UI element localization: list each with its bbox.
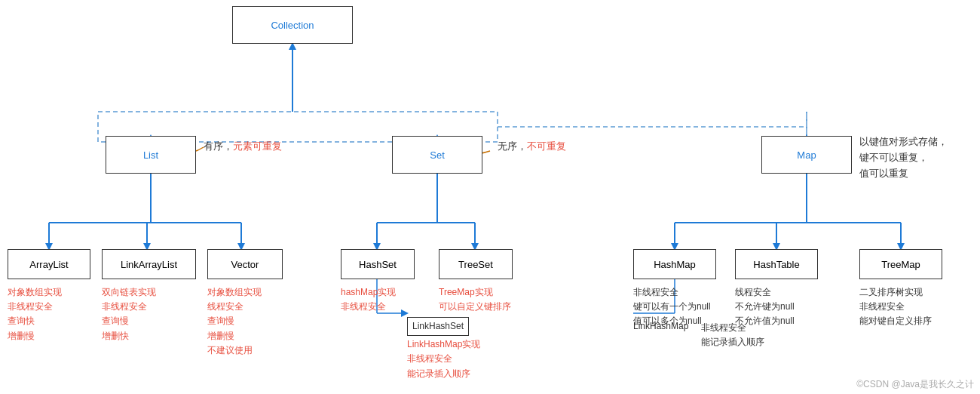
linkhashset-desc: LinkHashMap实现 非线程安全 能记录插入顺序 [407, 337, 480, 381]
vector-box: Vector [207, 249, 283, 279]
list-box: List [106, 136, 196, 174]
vector-label: Vector [231, 259, 259, 270]
treemap-desc-3: 能对键自定义排序 [859, 314, 932, 328]
vector-desc-3: 查询慢 [207, 314, 262, 328]
arraylist-desc-1: 对象数组实现 [8, 285, 62, 300]
linkhashmap-label-text: LinkHashMap [633, 321, 688, 331]
linkhashmap-label: LinkHashMap [633, 321, 688, 331]
treemap-desc-1: 二叉排序树实现 [859, 285, 932, 300]
linkarraylist-box: LinkArrayList [102, 249, 196, 279]
treemap-desc: 二叉排序树实现 非线程安全 能对键自定义排序 [859, 285, 932, 329]
hashtable-box: HashTable [735, 249, 818, 279]
hashmap-desc-2: 键可以有一个为null [633, 300, 711, 314]
linkhashset-desc-3: 能记录插入顺序 [407, 367, 480, 381]
hashset-desc-2: 非线程安全 [341, 300, 396, 314]
collection-box: Collection [232, 6, 353, 44]
hashtable-desc-2: 不允许键为null [735, 300, 795, 314]
linkhashset-label: LinkHashSet [412, 321, 464, 331]
map-label: Map [797, 149, 816, 161]
set-annotation-text1: 无序， [498, 140, 527, 152]
map-annotation: 以键值对形式存储， 键不可以重复， 值可以重复 [859, 134, 948, 181]
arraylist-desc-2: 非线程安全 [8, 300, 62, 314]
hashmap-label: HashMap [654, 259, 696, 270]
linkarraylist-desc-4: 增删快 [102, 329, 156, 343]
treeset-desc-2: 可以自定义键排序 [439, 300, 511, 314]
treemap-label: TreeMap [881, 259, 920, 270]
linkarraylist-desc-1: 双向链表实现 [102, 285, 156, 300]
collection-label: Collection [271, 20, 314, 31]
svg-marker-36 [401, 309, 409, 317]
linkarraylist-desc-2: 非线程安全 [102, 300, 156, 314]
hashset-desc: hashMap实现 非线程安全 [341, 285, 396, 314]
hashtable-desc-1: 线程安全 [735, 285, 795, 300]
linkarraylist-label: LinkArrayList [121, 259, 177, 270]
set-box: Set [392, 136, 482, 174]
map-annotation-line3: 值可以重复 [859, 166, 948, 182]
vector-desc-5: 不建议使用 [207, 343, 262, 358]
list-annotation-text: 有序， [204, 140, 233, 152]
list-annotation: 有序，元素可重复 [204, 140, 282, 153]
hashtable-desc-3: 不允许值为null [735, 314, 795, 328]
vector-desc-2: 线程安全 [207, 300, 262, 314]
vector-desc-1: 对象数组实现 [207, 285, 262, 300]
arraylist-desc-3: 查询快 [8, 314, 62, 328]
vector-desc: 对象数组实现 线程安全 查询慢 增删慢 不建议使用 [207, 285, 262, 358]
arraylist-desc-4: 增删慢 [8, 329, 62, 343]
treemap-desc-2: 非线程安全 [859, 300, 932, 314]
arraylist-box: ArrayList [8, 249, 90, 279]
hashtable-desc: 线程安全 不允许键为null 不允许值为null [735, 285, 795, 329]
linkhashset-desc-2: 非线程安全 [407, 352, 480, 366]
map-annotation-line2: 键不可以重复， [859, 150, 948, 166]
linkhashmap-desc-2: 能记录插入顺序 [701, 335, 764, 349]
set-label: Set [430, 149, 445, 161]
treeset-desc: TreeMap实现 可以自定义键排序 [439, 285, 511, 314]
arraylist-label: ArrayList [29, 259, 68, 270]
watermark: ©CSDN @Java是我长久之计 [856, 378, 974, 391]
hashmap-desc-1: 非线程安全 [633, 285, 711, 300]
hashset-box: HashSet [341, 249, 415, 279]
map-annotation-line1: 以键值对形式存储， [859, 134, 948, 150]
linkhashset-box: LinkHashSet [407, 317, 469, 336]
treeset-desc-1: TreeMap实现 [439, 285, 511, 300]
diagram: Collection List Set Map ArrayList LinkAr… [0, 0, 980, 394]
map-box: Map [761, 136, 852, 174]
list-label: List [143, 149, 158, 161]
vector-desc-4: 增删慢 [207, 329, 262, 343]
treeset-label: TreeSet [458, 259, 493, 270]
hashtable-label: HashTable [753, 259, 799, 270]
arraylist-desc: 对象数组实现 非线程安全 查询快 增删慢 [8, 285, 62, 343]
linkhashset-desc-1: LinkHashMap实现 [407, 337, 480, 352]
hashset-label: HashSet [359, 259, 397, 270]
hashset-desc-1: hashMap实现 [341, 285, 396, 300]
treeset-box: TreeSet [439, 249, 513, 279]
set-annotation: 无序，不可重复 [498, 140, 566, 153]
linkarraylist-desc: 双向链表实现 非线程安全 查询慢 增删快 [102, 285, 156, 343]
treemap-box: TreeMap [859, 249, 942, 279]
linkarraylist-desc-3: 查询慢 [102, 314, 156, 328]
hashmap-box: HashMap [633, 249, 716, 279]
list-annotation-red: 元素可重复 [233, 140, 282, 152]
set-annotation-text2: 不可重复 [527, 140, 566, 152]
linkhashset-area: LinkHashSet LinkHashMap实现 非线程安全 能记录插入顺序 [407, 317, 480, 381]
